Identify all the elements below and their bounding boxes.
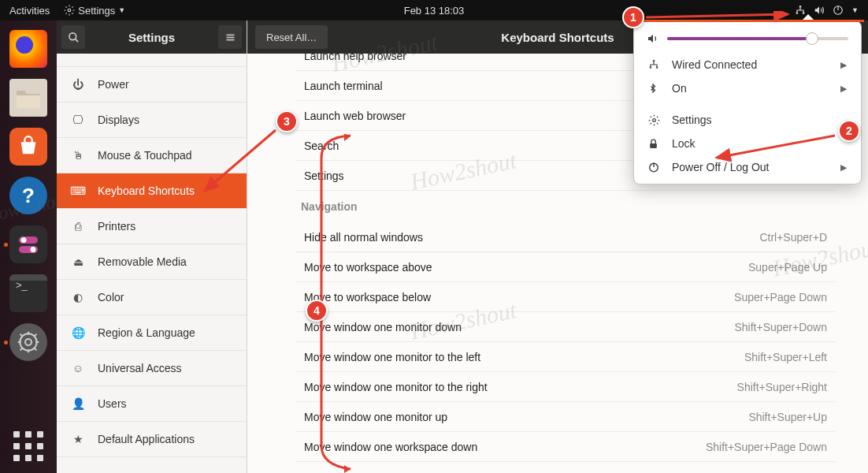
shortcut-row[interactable]: Move window one monitor to the rightShif… [296,372,835,402]
running-indicator-icon [4,243,8,247]
slider-thumb[interactable] [806,32,818,45]
svg-rect-6 [17,95,40,108]
sidebar-item-color[interactable]: ◐Color [57,280,247,315]
shortcut-row[interactable]: Move window one monitor to the leftShift… [296,342,835,372]
svg-point-0 [69,9,72,12]
svg-rect-21 [650,66,651,68]
sidebar-header: Settings [57,20,247,54]
annotation-badge-3: 3 [276,110,298,132]
svg-rect-1 [799,6,801,7]
svg-point-23 [653,118,656,121]
printer-icon: ⎙ [71,220,85,233]
dock-show-apps[interactable] [9,427,47,465]
chevron-down-icon: ▼ [851,6,859,14]
svg-point-10 [31,247,36,252]
gear-icon [648,114,661,126]
dock-settings[interactable] [9,323,47,361]
sidebar-item-label: Printers [98,220,135,233]
menu-item-label: On [672,82,687,95]
shortcut-row[interactable]: Move window one monitor upShift+Super+Up [296,402,835,432]
sidebar-item-universal-access[interactable]: ☺Universal Access [57,351,247,386]
slider-fill [667,37,812,40]
sidebar-item-label: Keyboard Shortcuts [98,184,195,197]
keyboard-icon: ⌨ [71,184,85,197]
shortcut-label: Launch terminal [304,80,383,92]
sidebar-item-label: Mouse & Touchpad [98,149,192,162]
app-menu-button[interactable]: Settings ▼ [64,5,125,17]
gear-icon [64,5,75,16]
sidebar-item-default-apps[interactable]: ★Default Applications [57,422,247,457]
volume-row [634,29,861,53]
volume-icon [814,5,825,16]
sidebar-menu-button[interactable] [218,25,242,49]
sidebar-item-label: Displays [98,114,139,126]
star-icon: ★ [71,433,85,445]
mouse-icon: 🖱 [71,149,85,162]
sidebar-item-label: Region & Language [98,326,195,339]
menu-item-label: Power Off / Log Out [672,161,769,173]
menu-item-label: Settings [672,114,712,126]
users-icon: 👤 [71,397,85,410]
sidebar-search-button[interactable] [61,25,85,49]
globe-icon: 🌐 [71,326,85,339]
lock-icon [648,138,661,150]
sidebar-item-label: Removable Media [98,255,187,268]
power-icon [833,5,844,16]
menu-item-label: Lock [672,137,696,150]
shortcut-row[interactable]: Move window one workspace downShift+Supe… [296,432,835,462]
shortcut-key: Super+Page Down [734,291,827,304]
shortcut-label: Launch web browser [304,110,406,122]
sidebar-item-power[interactable]: ⏻Power [57,67,247,102]
sidebar-item-users[interactable]: 👤Users [57,386,247,422]
shortcut-key: Ctrl+Super+D [759,231,827,244]
clock[interactable]: Feb 13 18:03 [404,5,465,17]
shortcut-key: Shift+Super+Down [734,321,827,333]
sidebar-item-label: Default Applications [98,433,195,445]
volume-slider[interactable] [667,37,848,40]
sidebar-item-printers[interactable]: ⎙Printers [57,209,247,244]
annotation-arrow-1 [646,11,796,24]
svg-rect-2 [796,12,798,13]
shortcut-row[interactable]: Move to workspace belowSuper+Page Down [296,282,835,312]
sidebar-item-region[interactable]: 🌐Region & Language [57,315,247,351]
chevron-right-icon: ▶ [840,84,847,94]
bluetooth-icon [648,83,661,94]
shortcut-row[interactable]: Hide all normal windowsCtrl+Super+D [296,222,835,252]
shortcut-key: Shift+Super+Page Down [706,441,827,453]
sidebar-title: Settings [85,31,218,44]
svg-line-27 [646,14,788,17]
sidebar-item-removable-media[interactable]: ⏏Removable Media [57,244,247,280]
svg-point-8 [21,237,27,243]
menu-item-bluetooth[interactable]: On ▶ [634,76,861,100]
accessibility-icon: ☺ [71,362,85,374]
network-icon [648,59,661,70]
shortcut-key: Super+Page Up [748,261,827,274]
shortcut-row[interactable]: Move window one monitor downShift+Super+… [296,312,835,342]
annotation-arrow-2 [713,131,839,162]
annotation-badge-1: 1 [622,6,644,28]
activities-button[interactable]: Activities [9,5,50,17]
annotation-badge-2: 2 [838,120,860,142]
svg-line-14 [75,39,78,42]
menu-item-wired[interactable]: Wired Connected ▶ [634,53,861,76]
dock-files[interactable] [9,79,47,117]
reset-all-button[interactable]: Reset All… [255,25,328,49]
annotation-arrow-3 [201,126,280,197]
sidebar-list[interactable]: ♪Sound ⏻Power 🖵Displays 🖱Mouse & Touchpa… [57,32,247,473]
color-icon: ◐ [71,291,85,304]
shortcut-key: Shift+Super+Left [744,351,827,363]
dock-settings-toggle[interactable] [9,225,47,263]
annotation-badge-4: 4 [306,300,328,322]
svg-rect-24 [650,143,657,147]
menu-item-label: Wired Connected [672,58,757,71]
dock-help[interactable]: ? [9,177,47,214]
sidebar-item-label: Universal Access [98,362,182,374]
shortcut-row[interactable]: Move to workspace aboveSuper+Page Up [296,252,835,282]
dock-software[interactable] [9,128,47,166]
dock-firefox[interactable] [9,30,47,68]
dock-terminal[interactable] [9,274,47,312]
power-icon: ⏻ [71,78,85,91]
menu-item-settings[interactable]: Settings [634,108,861,132]
displays-icon: 🖵 [71,114,85,126]
sidebar-item-label: Power [98,78,129,91]
